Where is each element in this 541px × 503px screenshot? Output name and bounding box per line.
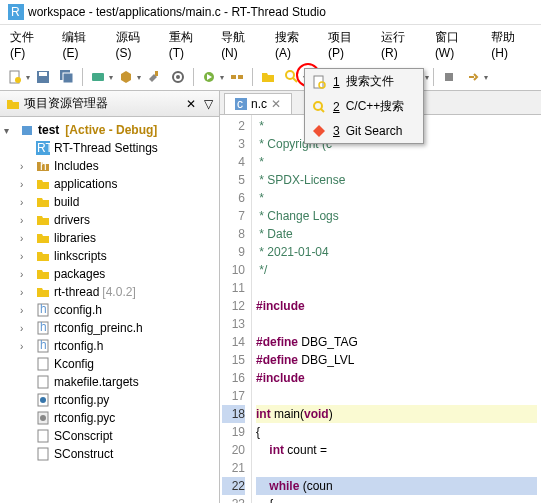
tree-item[interactable]: SConstruct xyxy=(2,445,217,463)
tree-label: build xyxy=(54,195,79,209)
svg-text:RT: RT xyxy=(37,141,50,155)
board-button[interactable] xyxy=(87,66,109,88)
menu-window[interactable]: 窗口(W) xyxy=(429,27,483,62)
dropdown-icon[interactable]: ▾ xyxy=(425,73,429,82)
git-icon xyxy=(311,123,327,139)
tree-item[interactable]: ›hcconfig.h xyxy=(2,301,217,319)
menu-search[interactable]: 搜索(A) xyxy=(269,27,320,62)
svg-text:R: R xyxy=(11,5,20,19)
chevron-icon[interactable]: › xyxy=(20,323,32,334)
tree-item[interactable]: ›hIncludes xyxy=(2,157,217,175)
menu-project[interactable]: 项目(P) xyxy=(322,27,373,62)
file-icon xyxy=(35,212,51,228)
project-name: test xyxy=(38,123,59,137)
file-icon xyxy=(35,266,51,282)
file-icon xyxy=(35,176,51,192)
debug-button[interactable] xyxy=(198,66,220,88)
dropdown-icon[interactable]: ▾ xyxy=(220,73,224,82)
menu-help[interactable]: 帮助(H) xyxy=(485,27,537,62)
file-icon xyxy=(35,446,51,462)
tree-item[interactable]: ›libraries xyxy=(2,229,217,247)
tree-item[interactable]: ›packages xyxy=(2,265,217,283)
close-icon[interactable]: ✕ xyxy=(186,97,196,111)
chevron-icon[interactable]: › xyxy=(20,215,32,226)
tree-label: SConstruct xyxy=(54,447,113,461)
svg-point-35 xyxy=(40,415,46,421)
chevron-icon[interactable]: › xyxy=(20,179,32,190)
file-icon xyxy=(35,248,51,264)
dropdown-icon[interactable]: ▾ xyxy=(26,73,30,82)
menu-refactor[interactable]: 重构(T) xyxy=(163,27,213,62)
new-button[interactable] xyxy=(4,66,26,88)
file-icon xyxy=(35,410,51,426)
tab-main-c[interactable]: c n.c ✕ xyxy=(224,93,292,114)
menu-run[interactable]: 运行(R) xyxy=(375,27,427,62)
chevron-icon[interactable]: › xyxy=(20,287,32,298)
dropdown-icon[interactable]: ▾ xyxy=(484,73,488,82)
close-tab-icon[interactable]: ✕ xyxy=(271,97,281,111)
menubar: 文件(F) 编辑(E) 源码(S) 重构(T) 导航(N) 搜索(A) 项目(P… xyxy=(0,25,541,64)
menu-navigate[interactable]: 导航(N) xyxy=(215,27,267,62)
tree-item[interactable]: ›hrtconfig.h xyxy=(2,337,217,355)
c-file-icon: c xyxy=(235,98,247,110)
search-button[interactable] xyxy=(281,66,303,88)
tree-item[interactable]: ›build xyxy=(2,193,217,211)
stop-button[interactable] xyxy=(438,66,460,88)
save-all-button[interactable] xyxy=(56,66,78,88)
dropdown-item[interactable]: 2 C/C++搜索 xyxy=(305,94,423,119)
svg-point-15 xyxy=(286,71,294,79)
menu-source[interactable]: 源码(S) xyxy=(110,27,161,62)
chevron-down-icon[interactable]: ▾ xyxy=(4,125,16,136)
shortcut: 3 xyxy=(333,124,340,138)
open-folder-button[interactable] xyxy=(257,66,279,88)
dropdown-item[interactable]: 1 搜索文件 xyxy=(305,69,423,94)
tree-item[interactable]: makefile.targets xyxy=(2,373,217,391)
file-icon xyxy=(35,374,51,390)
dropdown-item[interactable]: 3 Git Search xyxy=(305,119,423,143)
tree-item[interactable]: rtconfig.pyc xyxy=(2,409,217,427)
folder-icon xyxy=(6,97,20,111)
chevron-icon[interactable]: › xyxy=(20,251,32,262)
app-icon: R xyxy=(8,4,24,20)
chevron-icon[interactable]: › xyxy=(20,305,32,316)
chevron-icon[interactable]: › xyxy=(20,269,32,280)
tree-item[interactable]: ›rt-thread [4.0.2] xyxy=(2,283,217,301)
dropdown-icon[interactable]: ▾ xyxy=(137,73,141,82)
tree-item[interactable]: rtconfig.py xyxy=(2,391,217,409)
menu-edit[interactable]: 编辑(E) xyxy=(56,27,107,62)
tree-item[interactable]: Kconfig xyxy=(2,355,217,373)
file-icon: h xyxy=(35,338,51,354)
file-icon: h xyxy=(35,302,51,318)
hammer-button[interactable] xyxy=(143,66,165,88)
tree-label: Kconfig xyxy=(54,357,94,371)
sidebar-header: 项目资源管理器 ✕ ▽ xyxy=(0,91,219,117)
chevron-icon[interactable]: › xyxy=(20,197,32,208)
build-button[interactable] xyxy=(115,66,137,88)
connect-button[interactable] xyxy=(226,66,248,88)
tree-item[interactable]: ›applications xyxy=(2,175,217,193)
svg-rect-20 xyxy=(22,126,32,135)
chevron-icon[interactable]: › xyxy=(20,233,32,244)
gear-button[interactable] xyxy=(167,66,189,88)
dd-label: 搜索文件 xyxy=(346,73,394,90)
dropdown-icon[interactable]: ▾ xyxy=(109,73,113,82)
save-button[interactable] xyxy=(32,66,54,88)
step-button[interactable] xyxy=(462,66,484,88)
tree-item[interactable]: SConscript xyxy=(2,427,217,445)
svg-point-3 xyxy=(15,77,21,83)
tree-item[interactable]: ›hrtconfig_preinc.h xyxy=(2,319,217,337)
tab-label: n.c xyxy=(251,97,267,111)
chevron-icon[interactable]: › xyxy=(20,341,32,352)
tree-item[interactable]: RTRT-Thread Settings xyxy=(2,139,217,157)
chevron-icon[interactable]: › xyxy=(20,161,32,172)
shortcut: 2 xyxy=(333,100,340,114)
tree-label: rtconfig.py xyxy=(54,393,109,407)
tree-item[interactable]: ›linkscripts xyxy=(2,247,217,265)
toolbar: ▾ ▾ ▾ ▾ ▾ ▾ ▾ ▾ ▾ xyxy=(0,64,541,91)
toggle-icon[interactable]: ▽ xyxy=(204,97,213,111)
tree-item[interactable]: ›drivers xyxy=(2,211,217,229)
project-root[interactable]: ▾ test [Active - Debug] xyxy=(2,121,217,139)
svg-rect-13 xyxy=(231,75,236,79)
code-area[interactable]: * * Copyright (c * * SPDX-License * * Ch… xyxy=(252,115,541,503)
menu-file[interactable]: 文件(F) xyxy=(4,27,54,62)
